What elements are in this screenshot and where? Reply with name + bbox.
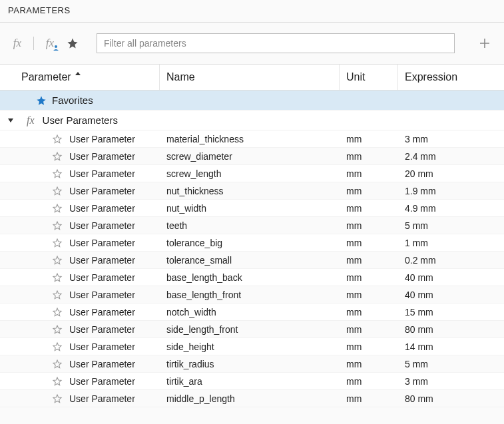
- row-name: tolerance_big: [160, 238, 340, 248]
- row-type-label: User Parameter: [69, 290, 135, 300]
- row-unit: mm: [340, 272, 398, 283]
- table-row[interactable]: User Parametertirtik_radiusmm5 mm: [0, 355, 504, 373]
- add-parameter-button[interactable]: [475, 33, 495, 53]
- row-unit: mm: [340, 186, 398, 196]
- table-row[interactable]: User Parameterside_heightmm14 mm: [0, 338, 504, 355]
- table-row[interactable]: User Parametertolerance_smallmm0.2 mm: [0, 252, 504, 269]
- row-name: side_height: [160, 341, 340, 352]
- star-outline-icon[interactable]: [52, 290, 63, 300]
- row-name: notch_width: [160, 307, 340, 318]
- row-unit: mm: [340, 307, 398, 318]
- star-outline-icon[interactable]: [52, 134, 63, 144]
- user-parameters-label: User Parameters: [43, 114, 118, 126]
- row-type-label: User Parameter: [69, 376, 135, 387]
- star-outline-icon[interactable]: [52, 238, 63, 248]
- row-unit: mm: [340, 151, 398, 162]
- favorites-label: Favorites: [52, 95, 93, 106]
- star-outline-icon[interactable]: [52, 341, 63, 352]
- table-row[interactable]: User Parametertolerance_bigmm1 mm: [0, 234, 504, 252]
- row-type-label: User Parameter: [69, 307, 135, 318]
- row-unit: mm: [340, 238, 398, 248]
- user-parameters-section-row[interactable]: fx User Parameters: [0, 110, 504, 130]
- chevron-down-icon: [8, 118, 13, 122]
- star-outline-icon[interactable]: [52, 151, 63, 162]
- column-header-expression[interactable]: Expression: [398, 65, 504, 90]
- column-header-parameter-label: Parameter: [21, 71, 71, 83]
- row-expression: 80 mm: [398, 393, 504, 404]
- star-outline-icon[interactable]: [52, 307, 63, 318]
- row-type-label: User Parameter: [69, 203, 135, 214]
- row-type-label: User Parameter: [69, 324, 135, 335]
- row-type-label: User Parameter: [69, 255, 135, 266]
- row-expression: 3 mm: [398, 134, 504, 144]
- star-outline-icon[interactable]: [52, 203, 63, 214]
- table-row[interactable]: User Parameternotch_widthmm15 mm: [0, 304, 504, 321]
- row-unit: mm: [340, 220, 398, 231]
- table-row[interactable]: User Parameterside_length_frontmm80 mm: [0, 321, 504, 338]
- table-row[interactable]: User Parameternut_thicknessmm1.9 mm: [0, 182, 504, 200]
- star-outline-icon[interactable]: [52, 186, 63, 196]
- star-outline-icon[interactable]: [52, 324, 63, 335]
- fx-icon[interactable]: fx: [9, 35, 25, 51]
- svg-point-0: [55, 45, 57, 48]
- table-row[interactable]: User Parameterscrew_lengthmm20 mm: [0, 165, 504, 182]
- table-row[interactable]: User Parameterscrew_diametermm2.4 mm: [0, 148, 504, 165]
- row-name: base_length_front: [160, 290, 340, 300]
- table-row[interactable]: User Parameternut_widthmm4.9 mm: [0, 200, 504, 217]
- star-outline-icon[interactable]: [52, 272, 63, 283]
- row-type-label: User Parameter: [69, 359, 135, 369]
- favorites-section-row[interactable]: Favorites: [0, 91, 504, 110]
- row-unit: mm: [340, 134, 398, 144]
- table-row[interactable]: User Parametertirtik_aramm3 mm: [0, 373, 504, 390]
- row-name: tirtik_radius: [160, 359, 340, 369]
- filter-input[interactable]: [97, 33, 455, 53]
- star-outline-icon[interactable]: [52, 255, 63, 266]
- grid-header: Parameter Name Unit Expression: [0, 65, 504, 91]
- star-outline-icon[interactable]: [52, 220, 63, 231]
- row-expression: 40 mm: [398, 272, 504, 283]
- panel-title: PARAMETERS: [0, 0, 504, 23]
- column-header-name[interactable]: Name: [160, 65, 340, 90]
- row-name: tirtik_ara: [160, 376, 340, 387]
- row-type-label: User Parameter: [69, 151, 135, 162]
- row-unit: mm: [340, 324, 398, 335]
- star-outline-icon[interactable]: [52, 393, 63, 404]
- row-unit: mm: [340, 290, 398, 300]
- row-expression: 80 mm: [398, 324, 504, 335]
- table-row[interactable]: User Parameterbase_length_backmm40 mm: [0, 269, 504, 286]
- row-expression: 3 mm: [398, 376, 504, 387]
- row-type-label: User Parameter: [69, 168, 135, 179]
- star-filter-icon[interactable]: [65, 35, 81, 51]
- column-header-parameter[interactable]: Parameter: [0, 65, 160, 90]
- row-unit: mm: [340, 393, 398, 404]
- column-header-unit[interactable]: Unit: [340, 65, 398, 90]
- table-row[interactable]: User Parameterbase_length_frontmm40 mm: [0, 286, 504, 304]
- row-unit: mm: [340, 341, 398, 352]
- star-filled-icon: [36, 95, 47, 106]
- row-type-label: User Parameter: [69, 238, 135, 248]
- fx-icon: fx: [27, 114, 35, 126]
- row-expression: 2.4 mm: [398, 151, 504, 162]
- parameters-grid: Parameter Name Unit Expression Favorites…: [0, 64, 504, 407]
- table-row[interactable]: User Parametermaterial_thicknessmm3 mm: [0, 130, 504, 148]
- row-expression: 20 mm: [398, 168, 504, 179]
- row-expression: 1 mm: [398, 238, 504, 248]
- toolbar: fx fx: [0, 23, 504, 64]
- star-outline-icon[interactable]: [52, 359, 63, 369]
- sort-indicator-icon: [75, 72, 81, 75]
- row-expression: 40 mm: [398, 290, 504, 300]
- fx-user-icon[interactable]: fx: [42, 35, 58, 51]
- row-expression: 1.9 mm: [398, 186, 504, 196]
- toolbar-separator: [33, 37, 34, 50]
- row-name: nut_width: [160, 203, 340, 214]
- row-unit: mm: [340, 255, 398, 266]
- row-name: tolerance_small: [160, 255, 340, 266]
- row-unit: mm: [340, 359, 398, 369]
- star-outline-icon[interactable]: [52, 168, 63, 179]
- row-type-label: User Parameter: [69, 186, 135, 196]
- row-type-label: User Parameter: [69, 220, 135, 231]
- row-expression: 4.9 mm: [398, 203, 504, 214]
- table-row[interactable]: User Parametermiddle_p_lengthmm80 mm: [0, 390, 504, 407]
- star-outline-icon[interactable]: [52, 376, 63, 387]
- table-row[interactable]: User Parameterteethmm5 mm: [0, 217, 504, 234]
